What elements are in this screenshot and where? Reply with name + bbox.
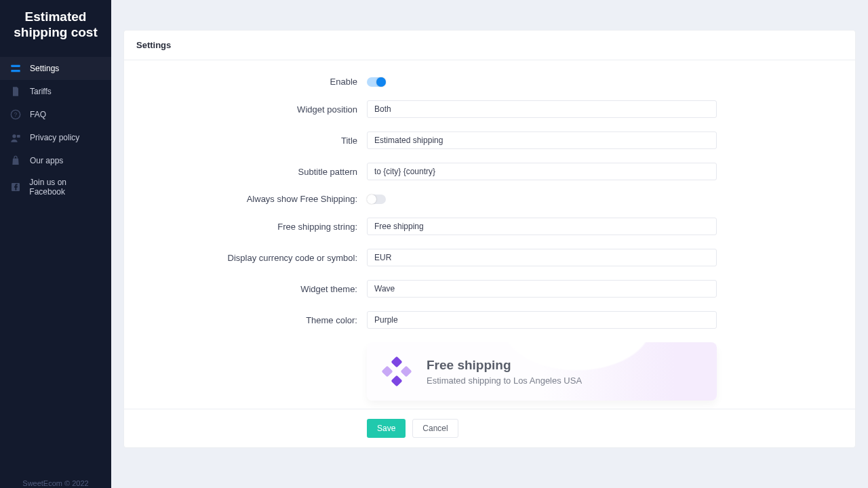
- row-free-string: Free shipping string:: [136, 218, 843, 235]
- save-button[interactable]: Save: [367, 419, 406, 438]
- svg-text:?: ?: [14, 111, 18, 118]
- label-widget-position: Widget position: [136, 104, 367, 115]
- sidebar-item-label: Settings: [30, 64, 59, 73]
- widget-position-input[interactable]: [367, 100, 717, 118]
- sidebar-item-faq[interactable]: ? FAQ: [0, 103, 111, 126]
- sidebar: Estimated shipping cost Settings Tariffs…: [0, 0, 111, 488]
- label-enable: Enable: [136, 77, 367, 87]
- row-widget-position: Widget position: [136, 100, 843, 118]
- enable-toggle[interactable]: [367, 77, 386, 87]
- row-theme-color: Theme color:: [136, 311, 843, 329]
- panel-footer: Save Cancel: [124, 409, 855, 447]
- row-title: Title: [136, 131, 843, 149]
- label-theme: Widget theme:: [136, 284, 367, 294]
- sidebar-item-settings[interactable]: Settings: [0, 57, 111, 80]
- sidebar-item-label: Our apps: [30, 156, 63, 165]
- sidebar-nav: Settings Tariffs ? FAQ Privacy policy Ou…: [0, 52, 111, 474]
- subtitle-pattern-input[interactable]: [367, 163, 717, 180]
- row-subtitle-pattern: Subtitle pattern: [136, 163, 843, 180]
- sidebar-item-label: Join us on Facebook: [29, 178, 102, 197]
- preview-card: Free shipping Estimated shipping to Los …: [367, 342, 717, 401]
- theme-input[interactable]: [367, 280, 717, 298]
- svg-point-4: [12, 134, 16, 138]
- theme-color-input[interactable]: [367, 311, 717, 329]
- currency-input[interactable]: [367, 249, 717, 266]
- lock-icon: [9, 131, 22, 144]
- sidebar-footer: SweetEcom © 2022: [0, 474, 111, 488]
- sidebar-item-facebook[interactable]: Join us on Facebook: [0, 172, 111, 202]
- row-theme: Widget theme:: [136, 280, 843, 298]
- row-currency: Display currency code or symbol:: [136, 249, 843, 266]
- sidebar-item-privacy[interactable]: Privacy policy: [0, 126, 111, 149]
- svg-rect-1: [11, 70, 20, 72]
- sidebar-item-label: Privacy policy: [30, 133, 79, 142]
- panel-title: Settings: [124, 30, 855, 60]
- preview-subtitle: Estimated shipping to Los Angeles USA: [427, 375, 582, 386]
- svg-rect-0: [11, 64, 20, 66]
- cancel-button[interactable]: Cancel: [412, 419, 458, 438]
- label-always-free: Always show Free Shipping:: [136, 194, 367, 204]
- help-icon: ?: [9, 108, 22, 121]
- always-free-toggle[interactable]: [367, 195, 386, 204]
- label-currency: Display currency code or symbol:: [136, 253, 367, 263]
- facebook-icon: [9, 181, 21, 193]
- settings-panel: Settings Enable Widget position Title: [123, 30, 856, 448]
- row-enable: Enable: [136, 77, 843, 87]
- document-icon: [9, 85, 22, 98]
- preview-heading: Free shipping: [427, 358, 582, 373]
- app-title: Estimated shipping cost: [0, 0, 111, 52]
- sidebar-item-label: FAQ: [30, 110, 46, 119]
- label-subtitle-pattern: Subtitle pattern: [136, 167, 367, 177]
- free-string-input[interactable]: [367, 218, 717, 235]
- sidebar-item-label: Tariffs: [30, 87, 52, 96]
- panel-body: Enable Widget position Title Subtitle pa…: [124, 60, 855, 409]
- diamond-cluster-icon: [384, 359, 409, 384]
- content-area: Settings Enable Widget position Title: [111, 0, 868, 488]
- label-title: Title: [136, 136, 367, 146]
- settings-icon: [9, 62, 22, 75]
- bag-icon: [9, 155, 22, 167]
- title-input[interactable]: [367, 131, 717, 149]
- svg-rect-5: [17, 135, 20, 138]
- sidebar-item-tariffs[interactable]: Tariffs: [0, 80, 111, 103]
- label-theme-color: Theme color:: [136, 315, 367, 325]
- label-free-string: Free shipping string:: [136, 222, 367, 232]
- sidebar-item-apps[interactable]: Our apps: [0, 149, 111, 172]
- row-always-free: Always show Free Shipping:: [136, 194, 843, 204]
